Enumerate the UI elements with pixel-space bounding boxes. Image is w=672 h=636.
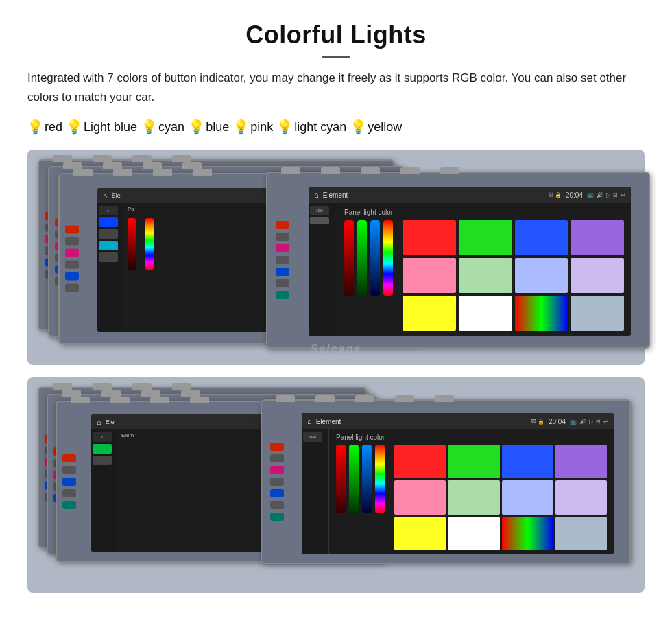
panel-title-front: Panel light color	[344, 209, 624, 216]
top-device-stack: ⌂ Element ≡	[34, 159, 638, 358]
bulb-blue: 💡	[189, 119, 204, 134]
bottom-screen-time-front: 20:04	[549, 418, 566, 425]
bulb-yellow: 💡	[350, 119, 365, 134]
color-label-lightblue: Light blue	[84, 120, 137, 134]
description-text: Integrated with 7 colors of button indic…	[27, 69, 645, 107]
header-divider	[322, 56, 350, 58]
bottom-radio-front: ⌂ Element 🖼 🔒 20:04 📺🔊▷⊟↩ ≡ Ele	[261, 399, 631, 564]
bulb-cyan: 💡	[141, 119, 156, 134]
color-item-lightblue: 💡 Light blue	[67, 119, 137, 134]
page-wrapper: Colorful Lights Integrated with 7 colors…	[0, 0, 672, 626]
bottom-device-group: ⌂ Ele ≡	[27, 377, 645, 593]
bottom-device-stack: ⌂ Ele ≡	[34, 387, 638, 586]
bulb-red: 💡	[27, 119, 43, 134]
bottom-screen-title-front: Element	[316, 418, 527, 425]
bottom-panel-title-front: Panel light color	[336, 434, 607, 441]
color-item-cyan: 💡 cyan	[141, 119, 184, 134]
color-label-blue: blue	[206, 120, 229, 134]
screen-time-front: 20:04	[566, 191, 583, 199]
bulb-lightblue: 💡	[67, 119, 82, 134]
color-label-pink: pink	[250, 120, 273, 134]
page-title: Colorful Lights	[27, 21, 645, 49]
color-item-yellow: 💡 yellow	[350, 119, 402, 134]
color-indicators-row: 💡 red 💡 Light blue 💡 cyan 💡 blue 💡 pink …	[27, 119, 645, 134]
bulb-pink: 💡	[233, 119, 248, 134]
color-label-red: red	[45, 120, 62, 134]
color-item-pink: 💡 pink	[233, 119, 273, 134]
color-label-cyan: cyan	[158, 120, 184, 134]
radio-unit-front: ⌂ Element 🖼 🔒 20:04 📺🔊▷⊟↩ ≡ Ele	[266, 172, 650, 349]
color-item-blue: 💡 blue	[189, 119, 229, 134]
screen-title-front: Element	[323, 191, 544, 199]
color-item-lightcyan: 💡 light cyan	[277, 119, 346, 134]
color-label-yellow: yellow	[368, 120, 402, 134]
header-section: Colorful Lights	[27, 21, 645, 58]
color-label-lightcyan: light cyan	[294, 120, 346, 134]
bulb-lightcyan: 💡	[277, 119, 292, 134]
color-item-red: 💡 red	[27, 119, 62, 134]
top-device-group: ⌂ Element ≡	[27, 150, 645, 365]
